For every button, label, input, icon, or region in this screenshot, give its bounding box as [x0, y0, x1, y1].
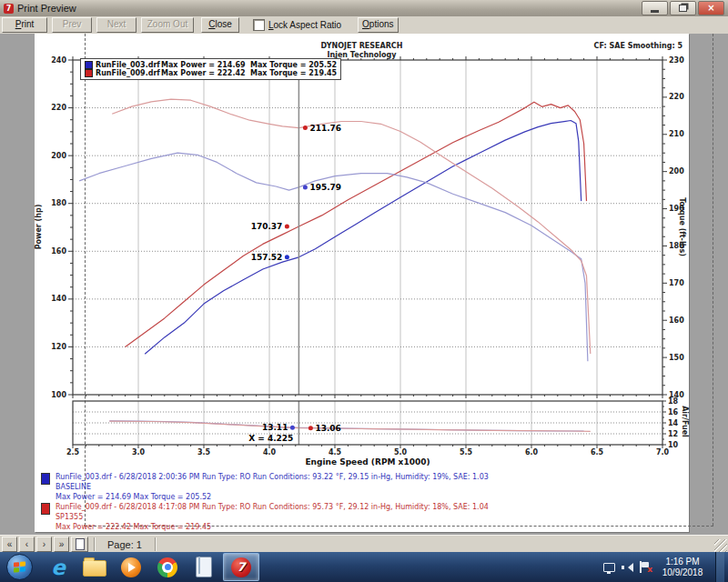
legend-swatch-blue — [85, 61, 93, 69]
last-page-button[interactable]: » — [54, 537, 69, 552]
minimize-icon — [651, 10, 659, 13]
report-header-right: CF: SAE Smoothing: 5 — [594, 42, 682, 50]
prev-page-button[interactable]: ‹ — [19, 537, 35, 552]
folder-icon — [83, 560, 106, 577]
internet-explorer-icon: e — [51, 556, 66, 579]
statusbar: « ‹ › » Page: 1 — [0, 535, 728, 553]
print-button[interactable]: Print — [2, 17, 47, 33]
page-icon — [76, 538, 85, 550]
run-conditions: RunFile_003.drf - 6/28/2018 2:00:36 PM R… — [56, 472, 489, 482]
resize-grip[interactable] — [714, 539, 727, 552]
run-info-sp1355: RunFile_009.drf - 6/28/2018 4:17:08 PM R… — [41, 502, 489, 532]
close-icon: × — [707, 4, 714, 13]
legend-max-torque: Max Torque = 205.52 — [250, 61, 337, 69]
lock-aspect-ratio-checkbox[interactable] — [253, 19, 265, 31]
app-icon: 7 — [4, 4, 14, 14]
legend-swatch-red — [85, 69, 93, 77]
lock-aspect-ratio-label[interactable]: Lock Aspect Ratio — [268, 20, 341, 30]
run-maxima: Max Power = 222.42 Max Torque = 219.45 — [56, 522, 489, 532]
power-axis-title: Power (hp) — [35, 191, 43, 264]
taskbar: e 7 x 1:16 PM 10/9/2018 — [0, 552, 728, 582]
taskbar-clock[interactable]: 1:16 PM 10/9/2018 — [656, 557, 709, 578]
page-indicator: Page: 1 — [100, 539, 149, 550]
restore-button[interactable] — [670, 1, 696, 15]
run-name: BASELINE — [56, 482, 489, 492]
legend-row-baseline: RunFile_003.drf Max Power = 214.69 Max T… — [85, 61, 337, 69]
chrome-icon — [157, 557, 177, 577]
page-layout-button[interactable] — [71, 537, 88, 552]
torque-axis-title: Torque (ft-lbs) — [678, 188, 686, 266]
report-header-line1: DYNOJET RESEARCH — [35, 42, 689, 50]
print-margin-left — [85, 34, 86, 526]
run-icon-blue — [41, 473, 50, 485]
run-name: SP1355 — [56, 512, 489, 522]
window-titlebar: 7 Print Preview × — [0, 0, 728, 17]
taskbar-item-internet-explorer[interactable]: e — [41, 554, 76, 580]
window-title: Print Preview — [17, 3, 642, 14]
zoom-out-button: Zoom Out — [141, 17, 194, 33]
next-button: Next — [96, 17, 136, 33]
minimize-button[interactable] — [642, 1, 668, 15]
chart-legend: RunFile_003.drf Max Power = 214.69 Max T… — [80, 58, 341, 80]
options-button[interactable]: Options — [358, 17, 398, 33]
taskbar-item-file-explorer[interactable] — [77, 554, 112, 580]
dynojet-icon: 7 — [231, 557, 251, 577]
windows-logo-icon — [14, 561, 25, 572]
close-window-button[interactable]: × — [698, 1, 724, 15]
statusbar-separator — [155, 537, 156, 551]
legend-max-power: Max Power = 214.69 — [161, 61, 250, 69]
restore-icon — [679, 5, 687, 12]
legend-max-power: Max Power = 222.42 — [161, 69, 250, 77]
show-desktop-button[interactable] — [715, 552, 724, 582]
preview-area: DYNOJET RESEARCH Injen Technology CF: SA… — [0, 34, 728, 535]
close-preview-button[interactable]: Close — [201, 17, 239, 33]
desktop: 7 Print Preview × Print Prev Next Zoom O… — [0, 0, 728, 582]
taskbar-item-chrome[interactable] — [150, 554, 185, 580]
legend-row-sp1355: RunFile_009.drf Max Power = 222.42 Max T… — [85, 69, 337, 77]
run-info-baseline: RunFile_003.drf - 6/28/2018 2:00:36 PM R… — [41, 472, 489, 502]
x-axis-title: Engine Speed (RPM x1000) — [73, 457, 662, 467]
legend-file: RunFile_003.drf — [96, 61, 161, 69]
taskbar-item-media-player[interactable] — [114, 554, 148, 580]
prev-button: Prev — [52, 17, 92, 33]
legend-file: RunFile_009.drf — [96, 69, 161, 77]
af-axis-title: Air/Fuel — [681, 399, 689, 445]
clock-date: 10/9/2018 — [656, 567, 709, 578]
speaker-icon[interactable] — [622, 562, 632, 572]
start-button[interactable] — [6, 554, 33, 580]
network-icon[interactable] — [603, 563, 615, 572]
run-conditions: RunFile_009.drf - 6/28/2018 4:17:08 PM R… — [56, 502, 489, 512]
clock-time: 1:16 PM — [656, 557, 709, 567]
run-icon-red — [41, 503, 50, 515]
print-margin-right — [713, 34, 713, 526]
calculator-icon — [196, 557, 212, 577]
media-player-icon — [121, 557, 141, 577]
print-preview-toolbar: Print Prev Next Zoom Out Close Lock Aspe… — [0, 16, 728, 35]
system-tray: x 1:16 PM 10/9/2018 — [603, 552, 728, 582]
first-page-button[interactable]: « — [2, 537, 17, 552]
taskbar-item-dynojet-active[interactable]: 7 — [223, 553, 259, 581]
statusbar-separator — [94, 537, 95, 551]
legend-max-torque: Max Torque = 219.45 — [250, 69, 337, 77]
run-maxima: Max Power = 214.69 Max Torque = 205.52 — [56, 492, 489, 502]
action-center-flag-icon[interactable]: x — [639, 561, 650, 573]
next-page-button[interactable]: › — [36, 537, 52, 552]
taskbar-item-calculator[interactable] — [187, 554, 221, 580]
